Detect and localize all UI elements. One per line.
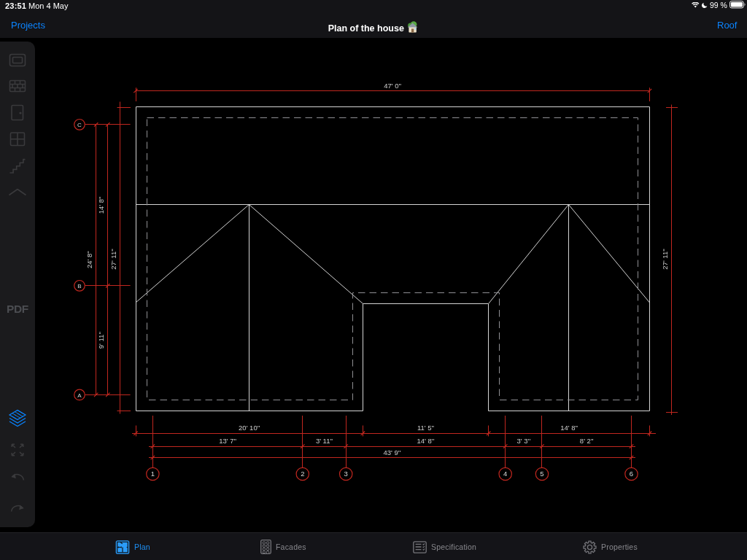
svg-text:14' 8'': 14' 8'' bbox=[560, 424, 578, 432]
svg-text:1: 1 bbox=[151, 470, 155, 478]
svg-text:20' 10'': 20' 10'' bbox=[239, 424, 260, 432]
svg-text:B: B bbox=[77, 283, 81, 289]
svg-text:PDF: PDF bbox=[7, 303, 28, 315]
svg-text:43' 9'': 43' 9'' bbox=[384, 448, 401, 456]
svg-text:8' 2'': 8' 2'' bbox=[580, 437, 594, 445]
svg-text:C: C bbox=[77, 122, 82, 128]
svg-text:14' 8'': 14' 8'' bbox=[417, 437, 435, 445]
svg-text:27' 11'': 27' 11'' bbox=[109, 249, 117, 270]
svg-text:13' 7'': 13' 7'' bbox=[219, 437, 236, 445]
svg-text:3' 11'': 3' 11'' bbox=[316, 437, 333, 445]
svg-text:14' 8'': 14' 8'' bbox=[97, 196, 105, 214]
svg-text:2: 2 bbox=[301, 470, 304, 478]
svg-text:24' 8'': 24' 8'' bbox=[85, 251, 93, 268]
svg-text:27' 11'': 27' 11'' bbox=[661, 249, 669, 270]
svg-text:A: A bbox=[77, 392, 82, 399]
svg-text:11' 5'': 11' 5'' bbox=[417, 424, 434, 432]
svg-text:5: 5 bbox=[540, 470, 543, 478]
svg-text:6: 6 bbox=[630, 470, 633, 478]
svg-text:47' 0'': 47' 0'' bbox=[384, 82, 401, 90]
svg-text:3' 3'': 3' 3'' bbox=[517, 437, 531, 445]
svg-text:9' 11'': 9' 11'' bbox=[97, 332, 105, 349]
svg-text:3: 3 bbox=[344, 470, 348, 478]
svg-text:4: 4 bbox=[503, 470, 507, 478]
